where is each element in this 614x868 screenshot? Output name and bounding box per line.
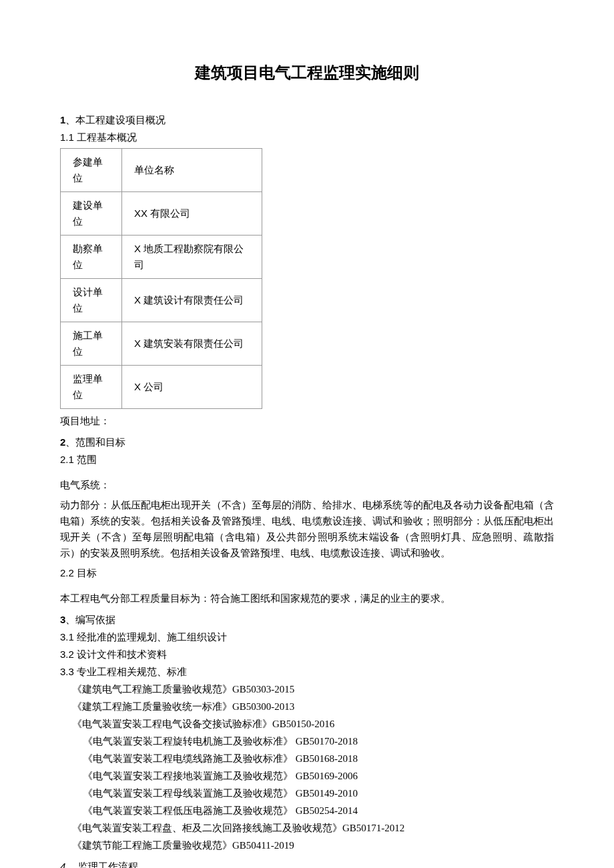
standard-item: 《电气装置安装工程电缆线路施工及验收标准》 GB50168-2018	[83, 751, 554, 767]
standard-item: 《电气装置安装工程低压电器施工及验收规范》 GB50254-2014	[83, 803, 554, 819]
table-cell: 建设单位	[61, 192, 122, 236]
table-row: 监理单位 X 公司	[61, 366, 262, 409]
table-cell: XX 有限公司	[122, 192, 262, 236]
subsection-2-1: 2.1 范围	[60, 452, 554, 468]
subsection-3-3-number: 3.3	[60, 666, 74, 677]
section-4-text: 、 监理工作流程	[65, 861, 138, 868]
subsection-3-2-number: 3.2	[60, 648, 74, 660]
section-3-heading: 3、编写依据	[60, 612, 554, 628]
standard-item: 《电气装置安装工程母线装置施工及验收规范》 GB50149-2010	[83, 785, 554, 801]
subsection-2-2: 2.2 目标	[60, 565, 554, 581]
standard-item: 《电气装置安装工程旋转电机施工及验收标准》 GB50170-2018	[83, 733, 554, 749]
standard-item: 《电气装置安装工程盘、柜及二次回路接线施工及验收规范》GB50171-2012	[72, 820, 554, 836]
section-1-heading: 1、本工程建设项目概况	[60, 112, 554, 128]
table-cell: 勘察单位	[61, 236, 122, 279]
table-row: 参建单位 单位名称	[61, 149, 262, 192]
subsection-2-2-text: 目标	[74, 568, 97, 578]
project-address: 项目地址：	[60, 413, 554, 429]
standard-item: 《建筑电气工程施工质量验收规范》GB50303-2015	[72, 681, 554, 697]
subsection-3-2: 3.2 设计文件和技术资料	[60, 646, 554, 663]
table-cell: 参建单位	[61, 149, 122, 192]
subsection-1-1-text: 工程基本概况	[74, 132, 137, 143]
subsection-2-1-number: 2.1	[60, 454, 74, 465]
subsection-3-1-number: 3.1	[60, 631, 74, 642]
scope-body: 动力部分：从低压配电柜出现开关（不含）至每层的消防、给排水、电梯系统等的配电及各…	[60, 497, 554, 561]
section-1-text: 、本工程建设项目概况	[65, 115, 166, 125]
table-cell: X 地质工程勘察院有限公司	[122, 236, 262, 279]
subsection-1-1: 1.1 工程基本概况	[60, 129, 554, 145]
subsection-3-2-text: 设计文件和技术资料	[74, 649, 167, 660]
section-3-text: 、编写依据	[65, 614, 115, 625]
subsection-2-1-text: 范围	[74, 454, 97, 465]
goal-body: 本工程电气分部工程质量目标为：符合施工图纸和国家规范的要求，满足的业主的要求。	[60, 590, 554, 606]
standard-item: 《建筑节能工程施工质量验收规范》GB50411-2019	[72, 837, 554, 853]
table-row: 建设单位 XX 有限公司	[61, 192, 262, 236]
subsection-1-1-number: 1.1	[60, 131, 74, 143]
table-cell: 施工单位	[61, 322, 122, 366]
table-cell: 监理单位	[61, 366, 122, 409]
table-cell: 设计单位	[61, 279, 122, 322]
standard-item: 《电气装置安装工程电气设备交接试验标准》GB50150-2016	[72, 716, 554, 732]
subsection-3-1-text: 经批准的监理规划、施工组织设计	[74, 632, 227, 642]
subsection-3-1: 3.1 经批准的监理规划、施工组织设计	[60, 629, 554, 645]
standard-item: 《建筑工程施工质量验收统一标准》GB50300-2013	[72, 699, 554, 715]
table-cell: X 建筑安装有限责任公司	[122, 322, 262, 366]
section-4-heading: 4、 监理工作流程	[60, 859, 554, 868]
document-title: 建筑项目电气工程监理实施细则	[60, 60, 554, 85]
standard-item: 《电气装置安装工程接地装置施工及验收规范》 GB50169-2006	[83, 768, 554, 784]
table-row: 勘察单位 X 地质工程勘察院有限公司	[61, 236, 262, 279]
section-2-heading: 2、范围和目标	[60, 434, 554, 450]
table-cell: X 公司	[122, 366, 262, 409]
subsection-2-2-number: 2.2	[60, 567, 74, 578]
subsection-3-3-text: 专业工程相关规范、标准	[74, 667, 187, 677]
electrical-system-label: 电气系统：	[60, 477, 554, 493]
table-row: 设计单位 X 建筑设计有限责任公司	[61, 279, 262, 322]
section-2-text: 、范围和目标	[65, 437, 125, 448]
units-table: 参建单位 单位名称 建设单位 XX 有限公司 勘察单位 X 地质工程勘察院有限公…	[60, 148, 262, 409]
table-cell: X 建筑设计有限责任公司	[122, 279, 262, 322]
table-cell: 单位名称	[122, 149, 262, 192]
subsection-3-3: 3.3 专业工程相关规范、标准	[60, 664, 554, 680]
table-row: 施工单位 X 建筑安装有限责任公司	[61, 322, 262, 366]
